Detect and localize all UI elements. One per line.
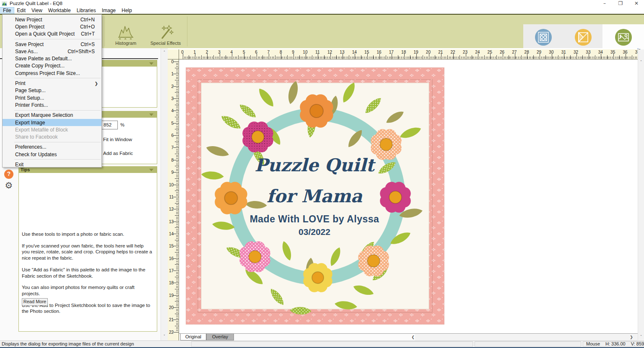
ruler-tick bbox=[175, 68, 179, 68]
ruler-tick bbox=[213, 55, 214, 59]
special-effects-button[interactable]: Special Effects bbox=[143, 25, 189, 46]
help-icon[interactable]: ? bbox=[4, 170, 13, 179]
ruler-tick bbox=[552, 54, 552, 59]
file-menu-item-check-for-updates[interactable]: Check for Updates bbox=[3, 151, 101, 158]
tips-body: Use these tools to import a photo or fab… bbox=[22, 231, 153, 320]
ruler-tick bbox=[175, 105, 179, 105]
file-menu-item-save-as[interactable]: Save As...Ctrl+Shift+S bbox=[3, 48, 101, 55]
ruler-tick bbox=[527, 54, 527, 59]
file-menu-item-preferences[interactable]: Preferences... bbox=[3, 144, 101, 151]
read-more-button[interactable]: Read More bbox=[22, 298, 48, 306]
ruler-tick bbox=[238, 55, 239, 59]
add-as-fabric-label[interactable]: Add as Fabric bbox=[103, 151, 133, 156]
ruler-tick bbox=[173, 234, 179, 234]
file-menu-item-create-copy-project[interactable]: Create Copy Project... bbox=[3, 62, 101, 70]
collapse-arrow-icon bbox=[149, 62, 153, 65]
tips-paragraph: You can also import photos for memory qu… bbox=[22, 284, 153, 296]
menu-item-label: Printer Fonts... bbox=[15, 102, 101, 108]
ruler-tick bbox=[607, 55, 608, 59]
menubar-item-libraries[interactable]: Libraries bbox=[74, 8, 99, 14]
ruler-tick bbox=[349, 55, 349, 59]
file-menu-item-open-project[interactable]: Open ProjectCtrl+O bbox=[3, 23, 101, 30]
file-menu-item-printer-fonts[interactable]: Printer Fonts... bbox=[3, 101, 101, 108]
ruler-tick bbox=[336, 55, 337, 59]
ruler-tick bbox=[250, 55, 251, 59]
menu-bar: FileEditViewWorktableLibrariesImageHelp bbox=[0, 8, 644, 14]
ruler-tick bbox=[175, 289, 179, 289]
ruler-tick bbox=[299, 55, 300, 59]
horizontal-ruler: 0123456789101112131415161718192021222324… bbox=[179, 49, 638, 59]
gear-icon[interactable]: ⚙ bbox=[4, 181, 13, 190]
ruler-tick bbox=[373, 55, 374, 59]
file-menu-item-page-setup[interactable]: Page Setup... bbox=[3, 87, 101, 94]
histogram-button[interactable]: Histogram bbox=[103, 25, 149, 46]
ruler-number: 11 bbox=[315, 50, 319, 54]
ruler-tick bbox=[173, 74, 179, 74]
scroll-up-icon[interactable]: ˄ bbox=[638, 59, 644, 65]
quilt-label-image[interactable]: Puzzle Quilt for Mama Made With LOVE by … bbox=[186, 67, 444, 325]
scroll-right-icon[interactable]: ❯ bbox=[628, 334, 634, 340]
ruler-number: 10 bbox=[303, 50, 307, 54]
file-menu-item-print[interactable]: Print❯ bbox=[3, 80, 101, 87]
ruler-number: 13 bbox=[340, 50, 344, 54]
canvas-vertical-scrollbar[interactable]: ˄ ˅ bbox=[638, 49, 644, 340]
ruler-tick bbox=[173, 135, 179, 136]
ruler-number: 21 bbox=[438, 50, 443, 54]
menubar-item-edit[interactable]: Edit bbox=[14, 8, 29, 14]
restore-button[interactable]: ❐ bbox=[613, 0, 628, 8]
file-menu-item-new-project[interactable]: New ProjectCtrl+N bbox=[3, 16, 101, 23]
label-line3: Made With LOVE by Alyssa bbox=[250, 214, 379, 224]
ruler-tick bbox=[398, 55, 398, 59]
ruler-tick bbox=[515, 54, 515, 59]
file-menu-item-export-marquee-selection[interactable]: Export Marquee Selection bbox=[3, 112, 101, 119]
ruler-tick bbox=[466, 54, 466, 59]
fit-in-window-label[interactable]: Fit in Window bbox=[103, 137, 132, 142]
tab-overlay[interactable]: Overlay bbox=[206, 334, 234, 340]
ruler-tick bbox=[173, 307, 179, 308]
scroll-up-icon[interactable]: ˄ bbox=[161, 49, 168, 56]
ruler-tick bbox=[262, 55, 263, 59]
quilt-worktable-icon bbox=[535, 28, 552, 46]
menubar-item-file[interactable]: File bbox=[0, 8, 14, 14]
scroll-down-icon[interactable]: ˅ bbox=[638, 333, 644, 340]
menu-separator bbox=[14, 142, 101, 142]
status-section bbox=[191, 341, 473, 347]
file-menu-item-compress-project-file-size[interactable]: Compress Project File Size... bbox=[3, 70, 101, 77]
ruler-tick bbox=[558, 55, 558, 59]
submenu-arrow-icon: ❯ bbox=[95, 81, 98, 86]
file-menu-item-save-palette-as-default[interactable]: Save Palette as Default... bbox=[3, 55, 101, 62]
ruler-number: 26 bbox=[500, 50, 504, 54]
menu-item-shortcut: Ctrl+Shift+S bbox=[68, 49, 95, 54]
file-menu-item-open-a-quick-quilt-project[interactable]: Open a Quick Quilt ProjectCtrl+T bbox=[3, 31, 101, 38]
mouse-v: V: 859. bbox=[631, 341, 644, 346]
file-menu-item-print-setup[interactable]: Print Setup... bbox=[3, 94, 101, 101]
menubar-item-worktable[interactable]: Worktable bbox=[45, 8, 74, 14]
menu-item-label: Check for Updates bbox=[15, 152, 101, 157]
canvas-horizontal-scrollbar[interactable] bbox=[415, 334, 638, 340]
ruler-number: 20 bbox=[426, 50, 431, 54]
file-menu-item-export-image[interactable]: Export Image bbox=[3, 119, 101, 126]
ruler-tick bbox=[175, 166, 179, 166]
ruler-tick bbox=[173, 62, 179, 62]
ruler-tick bbox=[173, 185, 179, 185]
ruler-tick bbox=[306, 54, 306, 59]
close-button[interactable]: ✕ bbox=[628, 0, 644, 8]
ruler-tick bbox=[619, 55, 620, 59]
ruler-tick bbox=[533, 55, 534, 59]
scroll-down-icon[interactable]: ˅ bbox=[161, 333, 168, 340]
ruler-tick bbox=[232, 54, 232, 59]
canvas-tab-bar: Original Overlay ❮ ❯ bbox=[179, 333, 638, 340]
file-menu-item-exit[interactable]: Exit bbox=[3, 161, 101, 168]
menubar-item-help[interactable]: Help bbox=[119, 8, 135, 14]
ruler-number: 32 bbox=[574, 50, 578, 54]
ruler-tick bbox=[173, 320, 179, 320]
panel-scrollbar[interactable]: ˄ ˅ bbox=[161, 48, 168, 340]
tab-original[interactable]: Original bbox=[180, 334, 206, 340]
minimize-button[interactable]: – bbox=[597, 0, 613, 8]
menubar-item-image[interactable]: Image bbox=[99, 8, 119, 14]
ruler-tick bbox=[173, 172, 179, 173]
ruler-tick bbox=[404, 54, 405, 59]
menubar-item-view[interactable]: View bbox=[29, 8, 45, 14]
file-menu-item-save-project[interactable]: Save ProjectCtrl+S bbox=[3, 41, 101, 48]
ruler-tick bbox=[175, 129, 179, 129]
